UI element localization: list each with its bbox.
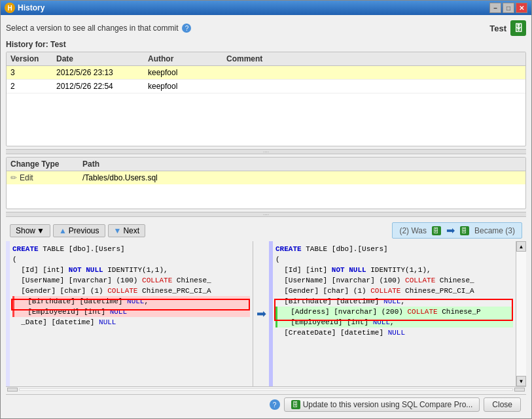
close-button[interactable]: Close xyxy=(484,397,521,412)
header-left: Select a version to see all changes in t… xyxy=(6,24,191,33)
scroll-down-button[interactable]: ▼ xyxy=(516,376,526,386)
row-comment xyxy=(226,68,522,77)
row-version: 3 xyxy=(10,68,56,77)
close-window-button[interactable]: ✕ xyxy=(516,3,527,13)
diff-center-arrow: ➡ xyxy=(253,241,269,386)
code-line: [CreateDate] [datetime] NULL xyxy=(275,327,513,338)
prev-label: Previous xyxy=(69,226,99,235)
for-label: History for: Test xyxy=(6,40,526,49)
h-scroll-right[interactable] xyxy=(514,388,525,392)
became-label: Became (3) xyxy=(474,226,515,235)
diff-right-panel: CREATE TABLE [dbo].[Users] ( [Id] [int] … xyxy=(269,241,516,386)
code-line: CREATE TABLE [dbo].[Users] xyxy=(12,244,250,254)
changes-table-header: Change Type Path xyxy=(7,158,525,171)
h-scroll-left[interactable] xyxy=(7,388,18,392)
dropdown-arrow-icon: ▼ xyxy=(37,226,44,235)
show-button[interactable]: Show ▼ xyxy=(10,224,50,237)
content-area: Select a version to see all changes in t… xyxy=(1,15,531,418)
h-scrollbar-area xyxy=(6,386,526,392)
db-icon: 🗄 xyxy=(510,20,526,36)
row-date: 2012/5/26 22:54 xyxy=(56,82,148,91)
row-author: keepfool xyxy=(148,68,226,77)
code-line-highlight: [EmployeeId] [int] NULL, xyxy=(275,317,513,327)
h-scroll-track xyxy=(19,388,513,391)
code-line: [Gender] [char] (1) COLLATE Chinese_PRC_… xyxy=(275,286,513,296)
arrow-down-icon: ▼ xyxy=(114,226,122,235)
changes-row[interactable]: ✏ Edit /Tables/dbo.Users.sql xyxy=(7,171,525,184)
next-button[interactable]: ▼ Next xyxy=(108,224,146,237)
diff-scrollbar[interactable]: ▲ ▼ xyxy=(516,241,526,386)
title-bar: H History – □ ✕ xyxy=(1,1,531,15)
code-line: [Id] [int] NOT NULL IDENTITY(1,1), xyxy=(12,265,250,275)
header-right: Test 🗄 xyxy=(489,20,526,36)
arrow-up-icon: ▲ xyxy=(59,226,67,235)
db-name-label: Test xyxy=(489,24,506,33)
center-arrow-icon: ➡ xyxy=(257,307,266,321)
divider-2[interactable]: ···· xyxy=(6,212,526,217)
was-db-icon: 🗄 xyxy=(432,226,441,235)
versions-table-header: Version Date Author Comment xyxy=(7,52,525,66)
row-version: 2 xyxy=(10,82,56,91)
table-row[interactable]: 2 2012/5/26 22:54 keepfool xyxy=(7,80,525,93)
diff-label-panel: (2) Was 🗄 ➡ 🗄 Became (3) xyxy=(392,222,522,239)
top-header: Select a version to see all changes in t… xyxy=(6,19,526,37)
right-code: CREATE TABLE [dbo].[Users] ( [Id] [int] … xyxy=(269,241,516,341)
divider-1[interactable]: ···· xyxy=(6,149,526,154)
change-path: /Tables/dbo.Users.sql xyxy=(82,173,522,182)
change-type-label: Edit xyxy=(20,173,33,182)
row-date: 2012/5/26 23:13 xyxy=(56,68,148,77)
changes-panel: Change Type Path ✏ Edit /Tables/dbo.User… xyxy=(6,157,526,209)
row-comment xyxy=(226,82,522,91)
bottom-bar: ? 🗄 Update to this version using SQL Com… xyxy=(6,394,526,414)
code-line: [Birthdate] [datetime] NULL, xyxy=(275,296,513,307)
code-line: ( xyxy=(12,254,250,265)
history-window: H History – □ ✕ Select a version to see … xyxy=(0,0,532,419)
update-label: Update to this version using SQL Compare… xyxy=(303,400,473,409)
bottom-help-icon[interactable]: ? xyxy=(270,399,280,410)
right-gutter xyxy=(269,241,273,386)
code-line: [UserName] [nvarchar] (100) COLLATE Chin… xyxy=(275,275,513,286)
table-row[interactable]: 3 2012/5/26 23:13 keepfool xyxy=(7,66,525,80)
minimize-button[interactable]: – xyxy=(489,3,501,13)
col-date: Date xyxy=(56,54,148,63)
window-title: History xyxy=(18,3,489,12)
pencil-icon: ✏ xyxy=(10,173,17,182)
col-author: Author xyxy=(148,54,226,63)
help-icon[interactable]: ? xyxy=(182,24,191,33)
change-type-cell: ✏ Edit xyxy=(10,173,82,182)
next-label: Next xyxy=(123,226,139,235)
scroll-up-button[interactable]: ▲ xyxy=(516,241,526,252)
code-line: _Date] [datetime] NULL xyxy=(12,317,250,327)
col-change-type: Change Type xyxy=(10,159,82,169)
previous-button[interactable]: ▲ Previous xyxy=(53,224,105,237)
row-author: keepfool xyxy=(148,82,226,91)
became-db-icon: 🗄 xyxy=(460,226,469,235)
diff-toolbar: Show ▼ ▲ Previous ▼ Next (2) Was 🗄 ➡ 🗄 xyxy=(6,220,526,241)
col-version: Version xyxy=(10,54,56,63)
code-line: [Id] [int] NOT NULL IDENTITY(1,1), xyxy=(275,265,513,275)
code-line: ( xyxy=(275,254,513,265)
code-line-highlight: [EmployeeId] [int] NULL xyxy=(12,307,250,317)
code-line: [UserName] [nvarchar] (100) COLLATE Chin… xyxy=(12,275,250,286)
diff-area: Show ▼ ▲ Previous ▼ Next (2) Was 🗄 ➡ 🗄 xyxy=(6,220,526,392)
code-line-highlight: [Birthdate] [datetime] NULL, xyxy=(12,296,250,307)
show-label: Show xyxy=(16,226,35,235)
diff-left-panel: CREATE TABLE [dbo].[Users] ( [Id] [int] … xyxy=(6,241,253,386)
instruction-text: Select a version to see all changes in t… xyxy=(6,24,178,33)
col-path: Path xyxy=(82,159,522,169)
diff-arrow-icon: ➡ xyxy=(446,224,455,237)
update-button[interactable]: 🗄 Update to this version using SQL Compa… xyxy=(284,397,480,412)
left-code: CREATE TABLE [dbo].[Users] ( [Id] [int] … xyxy=(6,241,253,330)
versions-panel: Version Date Author Comment 3 2012/5/26 … xyxy=(6,52,526,146)
scroll-track xyxy=(516,252,526,376)
was-label: (2) Was xyxy=(399,226,427,235)
versions-table-body: 3 2012/5/26 23:13 keepfool 2 2012/5/26 2… xyxy=(7,66,525,146)
window-icon: H xyxy=(5,3,15,13)
diff-panels: CREATE TABLE [dbo].[Users] ( [Id] [int] … xyxy=(6,241,526,386)
code-line: CREATE TABLE [dbo].[Users] xyxy=(275,244,513,254)
maximize-button[interactable]: □ xyxy=(503,3,514,13)
left-gutter xyxy=(6,241,10,386)
title-bar-controls: – □ ✕ xyxy=(489,3,527,13)
col-comment: Comment xyxy=(226,54,522,63)
update-db-icon: 🗄 xyxy=(291,400,300,409)
